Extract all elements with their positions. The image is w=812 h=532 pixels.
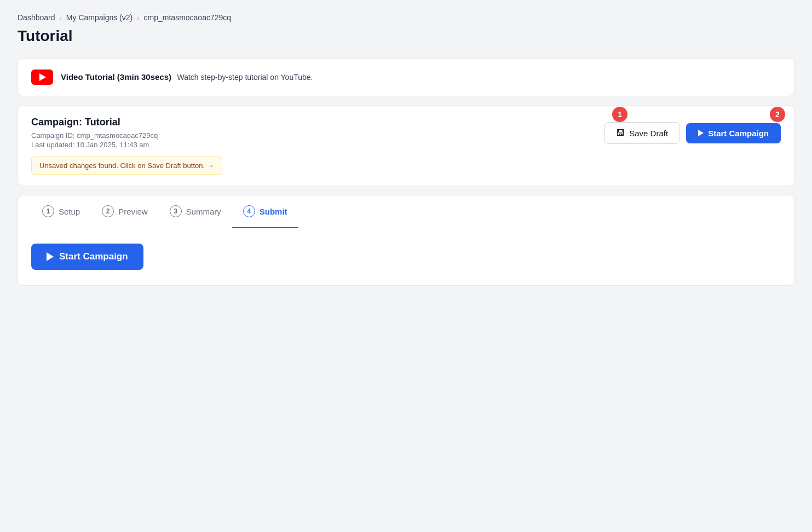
campaign-card-inner: Campaign: Tutorial Campaign ID: cmp_mtas…	[31, 117, 781, 175]
breadcrumb-campaign-id: cmp_mtasmocaoac729cq	[144, 13, 232, 22]
last-updated: Last updated: 10 Jan 2025, 11:43 am	[31, 141, 222, 149]
tabs-bar: 1 Setup 2 Preview 3 Summary 4 Submit	[18, 195, 794, 228]
campaign-info: Campaign: Tutorial Campaign ID: cmp_mtas…	[31, 117, 222, 175]
badge-2: 2	[770, 107, 785, 122]
tab-submit-number: 4	[243, 205, 255, 217]
tab-summary-number: 3	[170, 205, 182, 217]
video-tutorial-description: Watch step-by-step tutorial on YouTube.	[177, 73, 313, 82]
tab-setup-number: 1	[42, 205, 54, 217]
breadcrumb-sep-1: ›	[60, 14, 62, 22]
badge-1: 1	[612, 107, 627, 122]
tab-summary[interactable]: 3 Summary	[159, 195, 232, 228]
tab-summary-label: Summary	[186, 207, 221, 216]
page-title: Tutorial	[18, 27, 794, 45]
save-draft-label: Save Draft	[629, 129, 668, 138]
tabs-content: Start Campaign	[18, 228, 794, 285]
youtube-play-icon	[39, 73, 46, 81]
start-campaign-button-header[interactable]: Start Campaign	[686, 123, 781, 143]
play-icon-lg	[47, 252, 54, 261]
campaign-info-card: Campaign: Tutorial Campaign ID: cmp_mtas…	[18, 105, 794, 186]
tab-submit[interactable]: 4 Submit	[232, 195, 298, 228]
campaign-id: Campaign ID: cmp_mtasmocaoac729cq	[31, 131, 222, 140]
tabs-card: 1 Setup 2 Preview 3 Summary 4 Submit Sta…	[18, 195, 794, 286]
tab-setup-label: Setup	[59, 207, 80, 216]
start-campaign-button-main[interactable]: Start Campaign	[31, 244, 143, 270]
video-tutorial-card: Video Tutorial (3min 30secs) Watch step-…	[18, 58, 794, 96]
tab-submit-label: Submit	[260, 207, 287, 216]
youtube-icon[interactable]	[31, 70, 53, 85]
campaign-name: Campaign: Tutorial	[31, 117, 222, 128]
tab-preview[interactable]: 2 Preview	[91, 195, 158, 228]
tab-preview-label: Preview	[118, 207, 147, 216]
save-icon: 🖫	[616, 128, 625, 138]
start-campaign-label-header: Start Campaign	[708, 129, 769, 138]
breadcrumb: Dashboard › My Campaigns (v2) › cmp_mtas…	[18, 13, 794, 22]
start-campaign-label-main: Start Campaign	[59, 251, 128, 262]
campaign-actions: 1 🖫 Save Draft 2 Start Campaign	[604, 117, 781, 144]
breadcrumb-sep-2: ›	[137, 14, 139, 22]
video-tutorial-title: Video Tutorial (3min 30secs)	[61, 72, 171, 82]
play-icon-sm	[698, 130, 704, 136]
tab-setup[interactable]: 1 Setup	[31, 195, 91, 228]
video-tutorial-text: Video Tutorial (3min 30secs) Watch step-…	[61, 72, 313, 82]
breadcrumb-my-campaigns[interactable]: My Campaigns (v2)	[66, 13, 133, 22]
tab-preview-number: 2	[102, 205, 114, 217]
unsaved-notice: Unsaved changes found. Click on Save Dra…	[31, 157, 222, 175]
save-draft-button[interactable]: 🖫 Save Draft	[604, 122, 679, 144]
breadcrumb-dashboard[interactable]: Dashboard	[18, 13, 55, 22]
